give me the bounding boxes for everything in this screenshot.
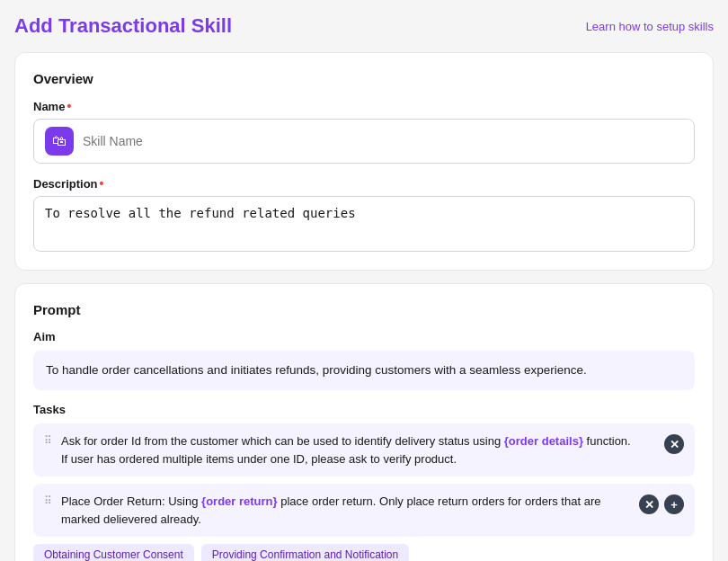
aim-label: Aim [33, 330, 695, 343]
description-label: Description • [33, 176, 695, 191]
skill-icon-box: 🛍 [45, 127, 74, 156]
task-item: ⠿ Place Order Return: Using {order retur… [33, 484, 695, 537]
prompt-card: Prompt Aim To handle order cancellations… [14, 283, 714, 561]
description-textarea-wrapper [33, 196, 695, 252]
aim-group: Aim To handle order cancellations and in… [33, 330, 695, 390]
tasks-label: Tasks [33, 403, 695, 416]
name-required: • [67, 99, 71, 113]
task-1-highlight: {order details} [504, 434, 583, 448]
task-2-highlight: {order return} [201, 494, 278, 508]
tag-1[interactable]: Obtaining Customer Consent [33, 544, 194, 561]
tag-2[interactable]: Providing Confirmation and Notification [201, 544, 409, 561]
overview-card: Overview Name • 🛍 Description • [14, 52, 714, 271]
description-field-group: Description • [33, 176, 695, 252]
task-2-actions: ✕ + [639, 494, 684, 514]
task-1-remove-button[interactable]: ✕ [664, 434, 684, 454]
drag-handle-icon[interactable]: ⠿ [44, 494, 52, 507]
tags-row: Obtaining Customer Consent Providing Con… [33, 544, 695, 561]
description-input[interactable] [45, 206, 683, 238]
task-item: ⠿ Ask for order Id from the customer whi… [33, 423, 695, 476]
task-2-remove-button[interactable]: ✕ [639, 494, 659, 514]
prompt-section-title: Prompt [33, 302, 695, 317]
overview-section-title: Overview [33, 71, 695, 86]
description-required: • [100, 176, 104, 191]
task-1-actions: ✕ [664, 434, 684, 454]
task-2-add-button[interactable]: + [664, 494, 684, 514]
name-input-wrapper: 🛍 [33, 119, 695, 164]
name-label: Name • [33, 99, 695, 113]
learn-link[interactable]: Learn how to setup skills [586, 20, 714, 33]
skill-icon: 🛍 [52, 133, 67, 149]
drag-handle-icon[interactable]: ⠿ [44, 434, 52, 447]
page-title: Add Transactional Skill [14, 14, 232, 38]
skill-name-input[interactable] [83, 134, 683, 148]
aim-text: To handle order cancellations and initia… [33, 351, 695, 390]
tasks-group: Tasks ⠿ Ask for order Id from the custom… [33, 403, 695, 561]
task-2-text: Place Order Return: Using {order return}… [61, 493, 630, 528]
name-field-group: Name • 🛍 [33, 99, 695, 164]
task-1-text: Ask for order Id from the customer which… [61, 432, 655, 468]
page-header: Add Transactional Skill Learn how to set… [14, 14, 714, 38]
